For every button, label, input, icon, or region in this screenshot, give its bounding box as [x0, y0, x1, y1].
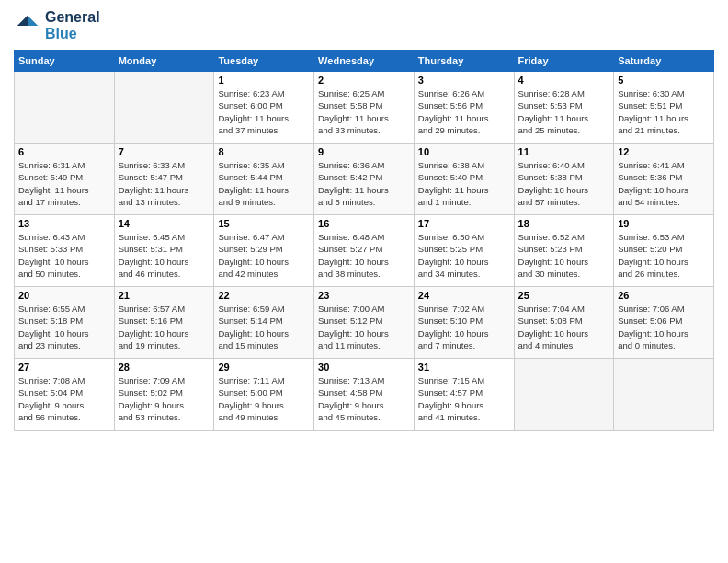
day-info: Sunrise: 6:25 AM Sunset: 5:58 PM Dayligh… — [318, 87, 410, 136]
day-info: Sunrise: 7:13 AM Sunset: 4:58 PM Dayligh… — [318, 374, 410, 423]
day-number: 24 — [418, 290, 510, 301]
day-number: 7 — [119, 146, 210, 157]
day-number: 9 — [318, 146, 410, 157]
calendar-cell: 1Sunrise: 6:23 AM Sunset: 6:00 PM Daylig… — [214, 72, 314, 144]
day-number: 20 — [18, 290, 110, 301]
calendar-cell: 28Sunrise: 7:09 AM Sunset: 5:02 PM Dayli… — [114, 359, 214, 431]
calendar-cell: 24Sunrise: 7:02 AM Sunset: 5:10 PM Dayli… — [414, 287, 514, 359]
day-number: 27 — [18, 362, 110, 373]
day-number: 5 — [618, 75, 710, 86]
day-number: 29 — [218, 362, 310, 373]
calendar-cell: 25Sunrise: 7:04 AM Sunset: 5:08 PM Dayli… — [514, 287, 614, 359]
calendar-cell: 12Sunrise: 6:41 AM Sunset: 5:36 PM Dayli… — [614, 144, 714, 215]
calendar-table: SundayMondayTuesdayWednesdayThursdayFrid… — [14, 50, 714, 431]
calendar-cell: 13Sunrise: 6:43 AM Sunset: 5:33 PM Dayli… — [15, 215, 115, 287]
day-info: Sunrise: 7:15 AM Sunset: 4:57 PM Dayligh… — [418, 374, 510, 423]
calendar-cell — [514, 359, 614, 431]
week-row-3: 13Sunrise: 6:43 AM Sunset: 5:33 PM Dayli… — [15, 215, 714, 287]
calendar-cell: 18Sunrise: 6:52 AM Sunset: 5:23 PM Dayli… — [514, 215, 614, 287]
calendar-cell — [15, 72, 115, 144]
column-header-tuesday: Tuesday — [214, 51, 314, 72]
day-number: 10 — [418, 146, 510, 157]
page: General Blue SundayMondayTuesdayWednesda… — [0, 0, 728, 563]
calendar-cell: 9Sunrise: 6:36 AM Sunset: 5:42 PM Daylig… — [314, 144, 415, 215]
day-number: 6 — [18, 146, 110, 157]
day-number: 8 — [218, 146, 310, 157]
day-number: 12 — [618, 146, 710, 157]
day-number: 21 — [119, 290, 210, 301]
day-number: 2 — [318, 75, 410, 86]
day-number: 3 — [418, 75, 510, 86]
day-number: 30 — [318, 362, 410, 373]
calendar-cell: 10Sunrise: 6:38 AM Sunset: 5:40 PM Dayli… — [414, 144, 514, 215]
calendar-cell: 22Sunrise: 6:59 AM Sunset: 5:14 PM Dayli… — [214, 287, 314, 359]
day-info: Sunrise: 6:23 AM Sunset: 6:00 PM Dayligh… — [218, 87, 310, 136]
calendar-cell: 16Sunrise: 6:48 AM Sunset: 5:27 PM Dayli… — [314, 215, 415, 287]
week-row-1: 1Sunrise: 6:23 AM Sunset: 6:00 PM Daylig… — [15, 72, 714, 144]
day-info: Sunrise: 6:35 AM Sunset: 5:44 PM Dayligh… — [218, 159, 310, 208]
calendar-cell: 6Sunrise: 6:31 AM Sunset: 5:49 PM Daylig… — [15, 144, 115, 215]
day-info: Sunrise: 7:00 AM Sunset: 5:12 PM Dayligh… — [318, 303, 410, 351]
day-number: 14 — [119, 218, 210, 229]
calendar-cell: 5Sunrise: 6:30 AM Sunset: 5:51 PM Daylig… — [614, 72, 714, 144]
day-number: 26 — [618, 290, 710, 301]
day-number: 17 — [418, 218, 510, 229]
day-info: Sunrise: 7:04 AM Sunset: 5:08 PM Dayligh… — [518, 303, 610, 351]
day-info: Sunrise: 6:36 AM Sunset: 5:42 PM Dayligh… — [318, 159, 410, 208]
day-number: 19 — [618, 218, 710, 229]
day-info: Sunrise: 6:47 AM Sunset: 5:29 PM Dayligh… — [218, 231, 310, 280]
calendar-cell: 4Sunrise: 6:28 AM Sunset: 5:53 PM Daylig… — [514, 72, 614, 144]
day-info: Sunrise: 6:33 AM Sunset: 5:47 PM Dayligh… — [119, 159, 210, 208]
column-header-wednesday: Wednesday — [314, 51, 415, 72]
day-info: Sunrise: 7:11 AM Sunset: 5:00 PM Dayligh… — [218, 374, 310, 423]
day-info: Sunrise: 6:28 AM Sunset: 5:53 PM Dayligh… — [518, 87, 610, 136]
calendar-cell: 19Sunrise: 6:53 AM Sunset: 5:20 PM Dayli… — [614, 215, 714, 287]
calendar-cell: 15Sunrise: 6:47 AM Sunset: 5:29 PM Dayli… — [214, 215, 314, 287]
day-info: Sunrise: 6:59 AM Sunset: 5:14 PM Dayligh… — [218, 303, 310, 351]
day-info: Sunrise: 6:50 AM Sunset: 5:25 PM Dayligh… — [418, 231, 510, 280]
logo-text: General Blue — [45, 9, 100, 42]
logo-icon — [14, 12, 41, 40]
day-number: 28 — [119, 362, 210, 373]
day-number: 23 — [318, 290, 410, 301]
calendar-cell: 23Sunrise: 7:00 AM Sunset: 5:12 PM Dayli… — [314, 287, 415, 359]
day-number: 22 — [218, 290, 310, 301]
calendar-cell: 2Sunrise: 6:25 AM Sunset: 5:58 PM Daylig… — [314, 72, 415, 144]
header-row: SundayMondayTuesdayWednesdayThursdayFrid… — [15, 51, 714, 72]
calendar-cell — [114, 72, 214, 144]
day-info: Sunrise: 6:26 AM Sunset: 5:56 PM Dayligh… — [418, 87, 510, 136]
header: General Blue — [14, 9, 714, 42]
svg-marker-0 — [28, 16, 38, 26]
day-number: 1 — [218, 75, 310, 86]
day-info: Sunrise: 7:02 AM Sunset: 5:10 PM Dayligh… — [418, 303, 510, 351]
calendar-cell: 14Sunrise: 6:45 AM Sunset: 5:31 PM Dayli… — [114, 215, 214, 287]
column-header-thursday: Thursday — [414, 51, 514, 72]
day-info: Sunrise: 6:53 AM Sunset: 5:20 PM Dayligh… — [618, 231, 710, 280]
week-row-5: 27Sunrise: 7:08 AM Sunset: 5:04 PM Dayli… — [15, 359, 714, 431]
day-info: Sunrise: 6:55 AM Sunset: 5:18 PM Dayligh… — [18, 303, 110, 351]
day-number: 15 — [218, 218, 310, 229]
calendar-cell: 21Sunrise: 6:57 AM Sunset: 5:16 PM Dayli… — [114, 287, 214, 359]
calendar-cell: 17Sunrise: 6:50 AM Sunset: 5:25 PM Dayli… — [414, 215, 514, 287]
day-info: Sunrise: 6:40 AM Sunset: 5:38 PM Dayligh… — [518, 159, 610, 208]
column-header-sunday: Sunday — [15, 51, 115, 72]
calendar-cell: 31Sunrise: 7:15 AM Sunset: 4:57 PM Dayli… — [414, 359, 514, 431]
logo: General Blue — [14, 9, 100, 42]
column-header-saturday: Saturday — [614, 51, 714, 72]
day-info: Sunrise: 7:06 AM Sunset: 5:06 PM Dayligh… — [618, 303, 710, 351]
day-info: Sunrise: 6:41 AM Sunset: 5:36 PM Dayligh… — [618, 159, 710, 208]
day-info: Sunrise: 7:09 AM Sunset: 5:02 PM Dayligh… — [119, 374, 210, 423]
week-row-2: 6Sunrise: 6:31 AM Sunset: 5:49 PM Daylig… — [15, 144, 714, 215]
calendar-cell — [614, 359, 714, 431]
day-info: Sunrise: 6:43 AM Sunset: 5:33 PM Dayligh… — [18, 231, 110, 280]
day-number: 4 — [518, 75, 610, 86]
day-number: 18 — [518, 218, 610, 229]
day-number: 16 — [318, 218, 410, 229]
day-info: Sunrise: 6:31 AM Sunset: 5:49 PM Dayligh… — [18, 159, 110, 208]
day-number: 31 — [418, 362, 510, 373]
day-info: Sunrise: 6:48 AM Sunset: 5:27 PM Dayligh… — [318, 231, 410, 280]
calendar-cell: 3Sunrise: 6:26 AM Sunset: 5:56 PM Daylig… — [414, 72, 514, 144]
day-number: 11 — [518, 146, 610, 157]
column-header-monday: Monday — [114, 51, 214, 72]
day-info: Sunrise: 6:38 AM Sunset: 5:40 PM Dayligh… — [418, 159, 510, 208]
